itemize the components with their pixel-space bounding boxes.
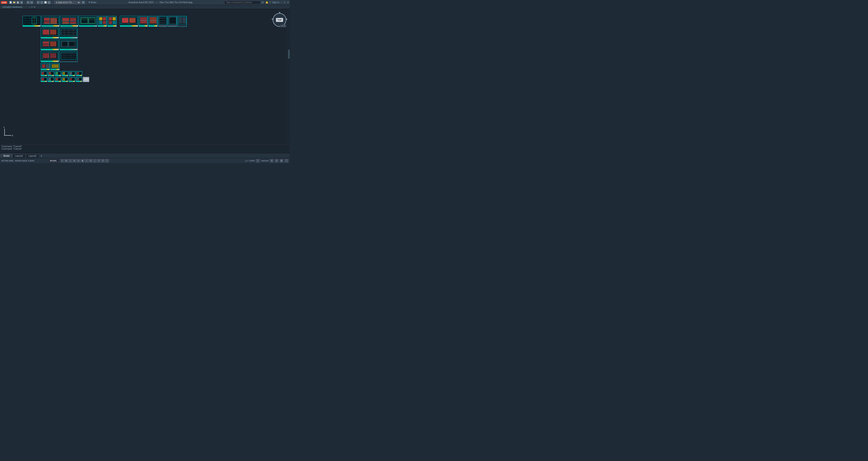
- thumbnail-item-selected[interactable]: [83, 77, 89, 82]
- grid-snap-icon[interactable]: #: [60, 159, 64, 162]
- save-icon[interactable]: 💾: [16, 1, 20, 4]
- sign-in-button[interactable]: Sign In: [272, 1, 279, 4]
- thumbnail-item[interactable]: [168, 16, 177, 27]
- cart-icon[interactable]: 🛒: [261, 1, 264, 4]
- open-icon[interactable]: 📂: [13, 1, 16, 4]
- thumbnail-item[interactable]: [69, 71, 75, 76]
- vertical-scrollbar[interactable]: [288, 9, 290, 145]
- otrack-icon[interactable]: +: [85, 159, 89, 162]
- thumbnail-item[interactable]: [51, 63, 60, 70]
- thumbnail-item[interactable]: [60, 28, 78, 38]
- thumbnail-item[interactable]: [41, 71, 47, 76]
- svg-rect-100: [60, 52, 78, 60]
- svg-rect-122: [56, 72, 58, 75]
- svg-rect-36: [103, 21, 106, 24]
- thumbnail-item[interactable]: [107, 16, 117, 27]
- thumbnail-item[interactable]: [60, 16, 78, 27]
- ortho-icon[interactable]: ⊥: [69, 159, 72, 162]
- thumbnail-item[interactable]: [60, 39, 78, 50]
- tab-layout2[interactable]: Layout2: [26, 154, 39, 158]
- add-layout-button[interactable]: +: [39, 154, 43, 157]
- svg-rect-143: [63, 78, 65, 81]
- ui-icon[interactable]: ▤: [280, 159, 283, 162]
- thumbnail-item[interactable]: [55, 71, 61, 76]
- svg-rect-97: [50, 53, 56, 58]
- thumbnail-item[interactable]: [62, 71, 68, 76]
- window-close-icon[interactable]: ✕: [287, 1, 289, 4]
- thumbnail-item[interactable]: [149, 16, 158, 27]
- model-space-button[interactable]: MODEL: [49, 159, 59, 162]
- help-icon[interactable]: ?: [270, 1, 271, 4]
- thumbnail-item[interactable]: [120, 16, 138, 27]
- workspace-icon[interactable]: ⚙: [270, 159, 273, 162]
- tab-model[interactable]: Model: [1, 154, 12, 158]
- draw-icon2[interactable]: ⬡: [40, 1, 43, 4]
- scrollbar-thumb[interactable]: [288, 50, 290, 59]
- window-minimize-icon[interactable]: ─: [281, 1, 282, 4]
- thumbnail-item[interactable]: [41, 63, 50, 70]
- thumbnail-item[interactable]: [48, 77, 54, 82]
- draw-icon4[interactable]: ◯: [48, 1, 51, 4]
- thumbnail-item[interactable]: [139, 16, 148, 27]
- search-input[interactable]: [224, 1, 260, 4]
- ducs-icon[interactable]: ⊟: [89, 159, 93, 162]
- window-controls-max[interactable]: ☐: [31, 6, 33, 8]
- status-right-area: 1:1 / 100% + Decimal ⚙ A ▤ ⛶: [245, 159, 288, 162]
- dyn-icon[interactable]: ↕: [93, 159, 97, 162]
- app-title: Autodesk AutoCAD 2023: [129, 1, 154, 4]
- thumbnail-item[interactable]: [79, 16, 97, 27]
- window-controls-min[interactable]: ─: [29, 6, 30, 8]
- tab-layout1[interactable]: Layout1: [12, 154, 26, 158]
- fullscreen-icon[interactable]: ⛶: [285, 159, 288, 162]
- svg-rect-110: [46, 64, 49, 68]
- annotation-icon[interactable]: A: [275, 159, 278, 162]
- redo-icon[interactable]: ↪: [30, 1, 33, 4]
- tpmode-icon[interactable]: ⊡: [101, 159, 105, 162]
- qp-icon[interactable]: ?: [105, 159, 109, 162]
- thumbnail-item[interactable]: [76, 71, 82, 76]
- thumbnail-item[interactable]: [60, 51, 78, 62]
- thumbnail-item[interactable]: [23, 16, 41, 27]
- svg-rect-131: [77, 72, 79, 75]
- thumbnails-container: [23, 16, 187, 82]
- share-button[interactable]: ⬆ Share: [88, 1, 97, 4]
- draw-icon1[interactable]: ✏: [37, 1, 40, 4]
- thumbnail-item[interactable]: [41, 28, 59, 38]
- thumbnail-item[interactable]: [41, 16, 60, 27]
- lweight-icon[interactable]: ━: [97, 159, 101, 162]
- svg-rect-46: [129, 18, 135, 23]
- thumbnail-item[interactable]: [62, 77, 68, 82]
- thumbnail-row-1: [23, 16, 187, 27]
- compass-top-button[interactable]: TOP: [276, 18, 283, 22]
- print-icon[interactable]: 🖨: [20, 1, 23, 4]
- thumbnail-item[interactable]: [55, 77, 61, 82]
- svg-rect-116: [42, 72, 44, 75]
- thumbnail-item[interactable]: [178, 16, 187, 27]
- undo-icon[interactable]: ↩: [27, 1, 30, 4]
- svg-rect-67: [179, 17, 182, 24]
- thumbnail-item[interactable]: [69, 77, 75, 82]
- draw-icon3[interactable]: ⬜: [44, 1, 47, 4]
- command-history: Command: *Cancel* Command: *Cancel*: [0, 145, 290, 153]
- thumbnail-item[interactable]: [98, 16, 107, 27]
- new-icon[interactable]: 📄: [9, 1, 12, 4]
- thumbnail-item[interactable]: [76, 77, 82, 82]
- plus-zoom-icon[interactable]: +: [256, 159, 259, 162]
- svg-rect-39: [109, 17, 112, 20]
- dropdown-arrow-icon[interactable]: ▾: [82, 1, 85, 4]
- draw-tools: ✏ ⬡ ⬜ ◯: [37, 1, 51, 4]
- thumbnail-item[interactable]: [41, 77, 47, 82]
- window-maximize-icon[interactable]: ☐: [284, 1, 286, 4]
- 3dosnap-icon[interactable]: ◉: [81, 159, 85, 162]
- polar-icon[interactable]: ⊕: [73, 159, 76, 162]
- bell-icon[interactable]: 🔔: [266, 1, 268, 4]
- dim-dropdown[interactable]: 6 DIM KICH TH...: [54, 1, 81, 4]
- thumbnail-item[interactable]: [41, 51, 59, 62]
- osnap-icon[interactable]: ◎: [77, 159, 80, 162]
- snap-icon[interactable]: ⊞: [64, 159, 68, 162]
- thumbnail-item[interactable]: [41, 39, 59, 50]
- thumbnail-item[interactable]: [48, 71, 54, 76]
- window-controls-close[interactable]: ✕: [34, 6, 35, 8]
- thumbnail-item[interactable]: [158, 16, 167, 27]
- canvas-area[interactable]: N S E W TOP WCS: [0, 9, 290, 145]
